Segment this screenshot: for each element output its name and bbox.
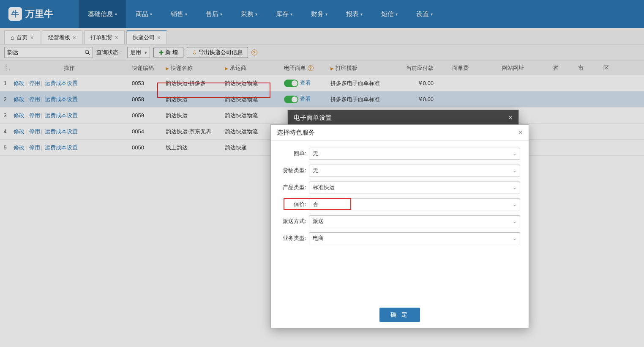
chevron-down-icon: ⌄ bbox=[513, 151, 516, 156]
dialog-select-service: 选择特色服务 × 回单: 无 ⌄ 货物类型: 无 ⌄ 产品类型: 标准快运 ⌄ … bbox=[270, 124, 529, 156]
form-row: 回单: 无 ⌄ bbox=[279, 148, 520, 156]
dialog-ebill-settings: 电子面单设置 × bbox=[287, 110, 519, 127]
select-value: 无 bbox=[313, 150, 318, 156]
close-icon[interactable]: × bbox=[518, 128, 523, 137]
dialog-service-title: 选择特色服务 bbox=[277, 129, 315, 137]
form-label: 回单: bbox=[279, 150, 309, 156]
dialog-ebill-title: 电子面单设置 bbox=[294, 114, 332, 122]
close-icon[interactable]: × bbox=[508, 113, 513, 122]
dialog-service-body: 回单: 无 ⌄ 货物类型: 无 ⌄ 产品类型: 标准快运 ⌄ 保价: 否 ⌄ 派… bbox=[271, 141, 529, 156]
form-select[interactable]: 无 ⌄ bbox=[309, 148, 520, 156]
dialog-service-header[interactable]: 选择特色服务 × bbox=[271, 125, 529, 141]
dialog-ebill-header[interactable]: 电子面单设置 × bbox=[288, 110, 518, 126]
